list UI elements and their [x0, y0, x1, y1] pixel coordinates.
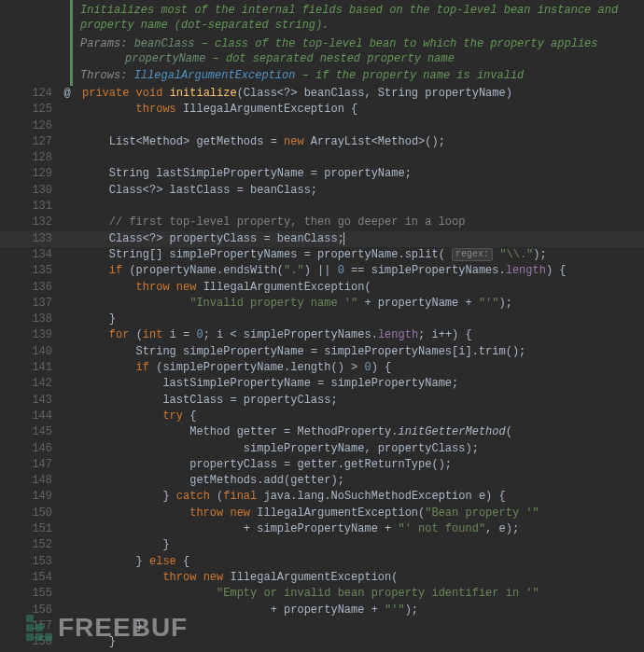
code-content[interactable]: Class<?> propertyClass = beanClass; — [73, 231, 644, 247]
code-line[interactable]: 154 throw new IllegalArgumentException( — [0, 570, 644, 586]
code-content[interactable]: } — [73, 537, 644, 553]
line-number[interactable]: 134 — [0, 247, 62, 263]
code-line[interactable]: 129 String lastSimplePropertyName = prop… — [0, 166, 644, 182]
code-line[interactable]: 132 // first top-level property, then go… — [0, 215, 644, 230]
code-content[interactable]: "Invalid property name '" + propertyName… — [73, 296, 644, 312]
code-line[interactable]: 144 try { — [0, 409, 644, 424]
line-number[interactable]: 132 — [0, 215, 62, 230]
line-number[interactable]: 150 — [0, 506, 62, 521]
line-number[interactable]: 140 — [0, 344, 62, 360]
code-content[interactable]: throw new IllegalArgumentException( — [73, 280, 644, 296]
code-content[interactable]: String[] simplePropertyNames = propertyN… — [73, 247, 644, 263]
code-content[interactable]: private void initialize(Class<?> beanCla… — [73, 86, 644, 102]
code-line[interactable]: 145 Method getter = MethodProperty.initG… — [0, 424, 644, 440]
code-content[interactable]: "Empty or invalid bean property identifi… — [73, 586, 644, 602]
line-number[interactable]: 147 — [0, 457, 62, 473]
code-line[interactable]: 138 } — [0, 312, 644, 327]
line-number[interactable]: 128 — [0, 150, 62, 166]
code-content[interactable]: lastClass = propertyClass; — [73, 393, 644, 409]
code-line[interactable]: 141 if (simplePropertyName.length() > 0)… — [0, 360, 644, 376]
line-number[interactable]: 129 — [0, 166, 62, 182]
code-content[interactable]: throws IllegalArgumentException { — [73, 102, 644, 118]
line-number[interactable]: 126 — [0, 118, 62, 134]
code-content[interactable]: simplePropertyName, propertyClass); — [73, 441, 644, 457]
code-line[interactable]: 155 "Empty or invalid bean property iden… — [0, 586, 644, 602]
line-number[interactable]: 124 — [0, 86, 62, 102]
code-content[interactable]: lastSimplePropertyName = simplePropertyN… — [73, 376, 644, 392]
code-content[interactable] — [73, 118, 644, 134]
line-number[interactable]: 152 — [0, 537, 62, 553]
line-number[interactable]: 127 — [0, 134, 62, 150]
code-content[interactable]: + simplePropertyName + "' not found", e)… — [73, 521, 644, 537]
code-line[interactable]: 139 for (int i = 0; i < simplePropertyNa… — [0, 327, 644, 343]
code-content[interactable]: // first top-level property, then go dee… — [73, 215, 644, 230]
line-number[interactable]: 154 — [0, 570, 62, 586]
code-content[interactable]: Class<?> lastClass = beanClass; — [73, 183, 644, 199]
line-number[interactable]: 135 — [0, 263, 62, 279]
line-number[interactable]: 146 — [0, 441, 62, 457]
code-line[interactable]: 149 } catch (final java.lang.NoSuchMetho… — [0, 489, 644, 505]
code-line[interactable]: 135 if (propertyName.endsWith(".") || 0 … — [0, 263, 644, 279]
code-content[interactable]: String lastSimplePropertyName = property… — [73, 166, 644, 182]
code-line[interactable]: 150 throw new IllegalArgumentException("… — [0, 506, 644, 521]
change-marker — [62, 554, 73, 570]
line-number[interactable]: 139 — [0, 327, 62, 343]
line-number[interactable]: 142 — [0, 376, 62, 392]
code-line[interactable]: 134 String[] simplePropertyNames = prope… — [0, 247, 644, 263]
code-content[interactable]: try { — [73, 409, 644, 424]
code-content[interactable]: } — [73, 312, 644, 327]
line-number[interactable]: 138 — [0, 312, 62, 327]
code-content[interactable]: String simplePropertyName = simpleProper… — [73, 344, 644, 360]
code-content[interactable]: List<Method> getMethods = new ArrayList<… — [73, 134, 644, 150]
line-number[interactable]: 153 — [0, 554, 62, 570]
line-number[interactable]: 141 — [0, 360, 62, 376]
code-content[interactable]: } catch (final java.lang.NoSuchMethodExc… — [73, 489, 644, 505]
code-line[interactable]: 130 Class<?> lastClass = beanClass; — [0, 183, 644, 199]
line-number[interactable]: 133 — [0, 231, 62, 247]
code-line[interactable]: 125 throws IllegalArgumentException { — [0, 102, 644, 118]
code-line[interactable]: 142 lastSimplePropertyName = simplePrope… — [0, 376, 644, 392]
line-number[interactable]: 131 — [0, 199, 62, 215]
line-number[interactable]: 155 — [0, 586, 62, 602]
change-marker — [62, 215, 73, 230]
code-line[interactable]: 133 Class<?> propertyClass = beanClass; — [0, 231, 644, 247]
throws-exception[interactable]: IllegalArgumentException — [134, 69, 296, 82]
line-number[interactable]: 148 — [0, 473, 62, 489]
code-line[interactable]: 137 "Invalid property name '" + property… — [0, 296, 644, 312]
line-number[interactable]: 130 — [0, 183, 62, 199]
code-content[interactable]: for (int i = 0; i < simplePropertyNames.… — [73, 327, 644, 343]
code-line[interactable]: 147 propertyClass = getter.getReturnType… — [0, 457, 644, 473]
code-line[interactable]: 124@private void initialize(Class<?> bea… — [0, 86, 644, 102]
line-number[interactable]: 145 — [0, 424, 62, 440]
code-line[interactable]: 127 List<Method> getMethods = new ArrayL… — [0, 134, 644, 150]
code-line[interactable]: 146 simplePropertyName, propertyClass); — [0, 441, 644, 457]
code-content[interactable]: throw new IllegalArgumentException("Bean… — [73, 506, 644, 521]
code-line[interactable]: 140 String simplePropertyName = simplePr… — [0, 344, 644, 360]
code-area[interactable]: 124@private void initialize(Class<?> bea… — [0, 86, 644, 650]
line-number[interactable]: 144 — [0, 409, 62, 424]
line-number[interactable]: 149 — [0, 489, 62, 505]
line-number[interactable]: 137 — [0, 296, 62, 312]
code-content[interactable] — [73, 150, 644, 166]
code-content[interactable]: Method getter = MethodProperty.initGette… — [73, 424, 644, 440]
code-content[interactable]: } else { — [73, 554, 644, 570]
line-number[interactable]: 151 — [0, 521, 62, 537]
code-line[interactable]: 126 — [0, 118, 644, 134]
code-content[interactable]: if (simplePropertyName.length() > 0) { — [73, 360, 644, 376]
code-line[interactable]: 153 } else { — [0, 554, 644, 570]
code-content[interactable]: throw new IllegalArgumentException( — [73, 570, 644, 586]
code-content[interactable] — [73, 199, 644, 215]
line-number[interactable]: 125 — [0, 102, 62, 118]
code-content[interactable]: propertyClass = getter.getReturnType(); — [73, 457, 644, 473]
code-line[interactable]: 151 + simplePropertyName + "' not found"… — [0, 521, 644, 537]
line-number[interactable]: 143 — [0, 393, 62, 409]
code-line[interactable]: 148 getMethods.add(getter); — [0, 473, 644, 489]
code-line[interactable]: 131 — [0, 199, 644, 215]
code-content[interactable]: getMethods.add(getter); — [73, 473, 644, 489]
code-line[interactable]: 152 } — [0, 537, 644, 553]
line-number[interactable]: 136 — [0, 280, 62, 296]
code-line[interactable]: 143 lastClass = propertyClass; — [0, 393, 644, 409]
code-content[interactable]: if (propertyName.endsWith(".") || 0 == s… — [73, 263, 644, 279]
code-line[interactable]: 136 throw new IllegalArgumentException( — [0, 280, 644, 296]
code-line[interactable]: 128 — [0, 150, 644, 166]
